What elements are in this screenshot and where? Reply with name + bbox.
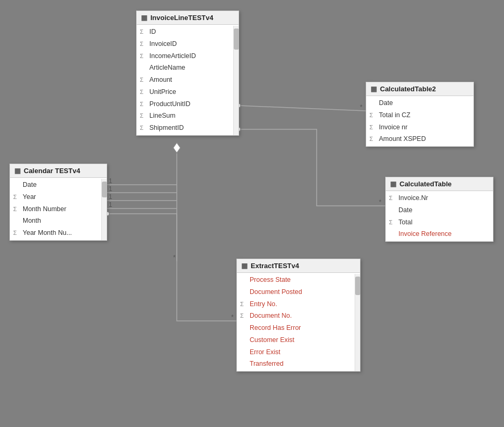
field-amount: Σ Amount: [137, 74, 239, 86]
field-yearmonthnumber: Σ Year Month Nu...: [10, 227, 107, 239]
sigma-icon: Σ: [140, 111, 147, 120]
table-calculatedtable2: ▦ CalculatedTable2 Σ Date Σ Total in CZ …: [366, 82, 474, 147]
field-unitprice: Σ UnitPrice: [137, 86, 239, 98]
field-productunitid: Σ ProductUnitID: [137, 98, 239, 110]
field-invoiceid: Σ InvoiceID: [137, 38, 239, 50]
field-errorexist: Σ Error Exist: [237, 346, 360, 358]
field-invoicenr: Σ Invoice nr: [366, 121, 473, 134]
field-documentno: Σ Document No.: [237, 310, 360, 322]
table-header-extracttestv4: ▦ ExtractTESTv4: [237, 259, 360, 273]
field-invoicenr: Σ Invoice.Nr: [386, 192, 493, 204]
field-date: Σ Date: [10, 179, 107, 191]
diagram-canvas: * * 1 1 1 1 * * ▦ InvoiceLineTE: [0, 0, 504, 427]
table-icon: ▦: [241, 262, 248, 270]
field-incomearticleid: Σ IncomeArticleID: [137, 50, 239, 62]
sigma-icon: Σ: [240, 311, 248, 320]
table-icon: ▦: [390, 180, 396, 188]
field-articlename: ArticleName: [137, 62, 239, 74]
field-amountxsped: Σ Amount XSPED: [366, 133, 473, 145]
sigma-icon: Σ: [389, 194, 396, 203]
table-header-invoicelinetestv4: ▦ InvoiceLineTESTv4: [137, 11, 239, 25]
table-body-calculatedtable2[interactable]: Σ Date Σ Total in CZ Σ Invoice nr Σ Amou…: [366, 96, 473, 146]
sigma-icon: Σ: [13, 229, 21, 238]
sigma-icon: Σ: [140, 40, 147, 49]
sigma-icon: Σ: [13, 205, 21, 214]
table-title: Calendar TESTv4: [24, 167, 80, 175]
svg-marker-3: [173, 143, 180, 153]
sigma-icon: Σ: [140, 124, 147, 132]
svg-text:1: 1: [109, 177, 112, 185]
field-transferred: Σ Transferred: [237, 358, 360, 370]
table-invoicelinetestv4: ▦ InvoiceLineTESTv4 Σ ID Σ InvoiceID Σ I…: [136, 11, 239, 136]
sigma-icon: Σ: [369, 123, 377, 132]
field-shipmentid: Σ ShipmentID: [137, 122, 239, 134]
table-header-calculatedtable2: ▦ CalculatedTable2: [366, 82, 473, 96]
field-processstate: Σ Process State: [237, 274, 360, 286]
table-body-invoicelinetestv4[interactable]: Σ ID Σ InvoiceID Σ IncomeArticleID Artic…: [137, 25, 239, 135]
sigma-icon: Σ: [369, 111, 377, 120]
field-total: Σ Total: [386, 216, 493, 229]
svg-text:*: *: [173, 254, 176, 261]
table-title: ExtractTESTv4: [251, 262, 299, 270]
svg-text:1: 1: [109, 185, 112, 193]
sigma-icon: Σ: [140, 52, 147, 61]
field-year: Σ Year: [10, 191, 107, 203]
table-body-calendartestv4[interactable]: Σ Date Σ Year Σ Month Number Σ Month Σ Y…: [10, 178, 107, 240]
field-documentposted: Σ Document Posted: [237, 286, 360, 298]
field-month: Σ Month: [10, 215, 107, 227]
table-body-extracttestv4[interactable]: Σ Process State Σ Document Posted Σ Entr…: [237, 273, 360, 371]
table-title: CalculatedTable2: [380, 85, 436, 93]
table-title: CalculatedTable: [400, 180, 452, 188]
sigma-icon: Σ: [240, 300, 248, 309]
field-invoicereference: Σ Invoice Reference: [386, 228, 493, 240]
sigma-icon: Σ: [140, 88, 147, 97]
table-calendartestv4: ▦ Calendar TESTv4 Σ Date Σ Year Σ Month …: [9, 164, 107, 241]
table-icon: ▦: [141, 14, 147, 22]
table-title: InvoiceLineTESTv4: [150, 14, 213, 22]
field-entryno: Σ Entry No.: [237, 298, 360, 310]
sigma-icon: Σ: [140, 27, 147, 36]
table-calculatedtable: ▦ CalculatedTable Σ Invoice.Nr Σ Date Σ …: [385, 177, 493, 242]
svg-line-0: [239, 106, 366, 111]
sigma-icon: Σ: [13, 193, 21, 202]
svg-text:*: *: [231, 314, 234, 321]
field-totalincz: Σ Total in CZ: [366, 109, 473, 121]
sigma-icon: Σ: [140, 75, 147, 84]
field-recordhaserror: Σ Record Has Error: [237, 322, 360, 334]
sigma-icon: Σ: [140, 100, 147, 109]
table-header-calculatedtable: ▦ CalculatedTable: [386, 177, 493, 191]
field-monthnumber: Σ Month Number: [10, 203, 107, 215]
field-customerexist: Σ Customer Exist: [237, 334, 360, 346]
sigma-icon: Σ: [369, 135, 377, 144]
table-body-calculatedtable[interactable]: Σ Invoice.Nr Σ Date Σ Total Σ Invoice Re…: [386, 191, 493, 241]
sigma-icon: Σ: [389, 218, 396, 227]
svg-text:1: 1: [109, 201, 112, 208]
table-icon: ▦: [14, 167, 21, 175]
table-icon: ▦: [370, 85, 377, 93]
table-header-calendartestv4: ▦ Calendar TESTv4: [10, 164, 107, 178]
field-date: Σ Date: [386, 204, 493, 216]
svg-text:*: *: [360, 103, 363, 111]
svg-text:1: 1: [109, 193, 112, 201]
field-linesum: Σ LineSum: [137, 110, 239, 122]
table-extracttestv4: ▦ ExtractTESTv4 Σ Process State Σ Docume…: [236, 259, 360, 372]
field-id: Σ ID: [137, 26, 239, 38]
svg-text:*: *: [379, 198, 382, 206]
field-date: Σ Date: [366, 97, 473, 109]
